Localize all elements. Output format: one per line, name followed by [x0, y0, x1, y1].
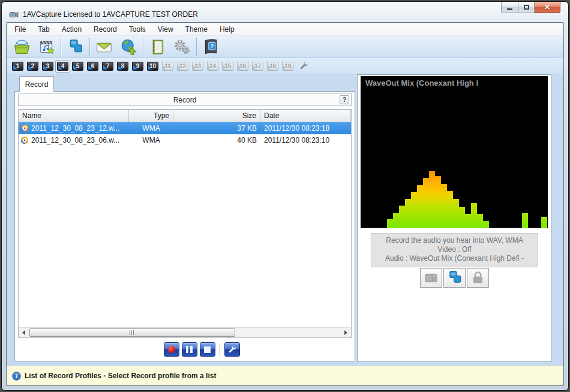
log-book-icon [149, 38, 166, 56]
arrow-left-icon [22, 330, 25, 335]
profile-button-7[interactable]: 7 [100, 60, 115, 73]
pause-icon [186, 346, 193, 353]
spectrum-bar [423, 178, 429, 228]
title-bar: 1AVCapture Licensed to 1AVCAPTURE TEST O… [2, 2, 568, 22]
close-button[interactable]: ✕ [535, 2, 560, 13]
profile-button-3[interactable]: 3 [40, 60, 55, 73]
column-header-date[interactable]: Date [260, 110, 351, 122]
file-row[interactable]: 2011_12_30_08_23_12.w...WMA37 KB2011/12/… [19, 122, 351, 134]
pause-button[interactable] [182, 342, 197, 357]
profile-button-12: 12 [175, 60, 190, 73]
profile-button-5[interactable]: 5 [70, 60, 85, 73]
menu-item-tab[interactable]: Tab [32, 23, 55, 35]
lock-icon [470, 270, 486, 286]
preview-actions [358, 268, 551, 288]
menu-item-record[interactable]: Record [88, 23, 123, 35]
menu-item-theme[interactable]: Theme [179, 23, 214, 35]
spectrum-bar [522, 213, 528, 228]
svg-text:?: ? [210, 43, 214, 49]
file-type: WMA [129, 136, 173, 144]
settings-gears-button[interactable] [170, 37, 194, 57]
profile-number-badge: 3 [42, 62, 53, 71]
scroll-left-button[interactable] [19, 328, 29, 337]
media-wizard-button[interactable] [34, 37, 59, 57]
capture-blue-button[interactable] [63, 37, 88, 57]
scrollbar-thumb[interactable] [29, 328, 235, 337]
scroll-right-button[interactable] [341, 328, 351, 337]
panel-help-button[interactable]: ? [340, 95, 349, 104]
profile-number-badge: 7 [102, 62, 113, 71]
profile-number-badge: 14 [207, 62, 218, 71]
media-file-icon [20, 124, 29, 132]
main-toolbar: ? [7, 36, 563, 58]
tab-record-label: Record [25, 80, 49, 89]
profile-button-4[interactable]: 4 [55, 60, 70, 73]
record-panel: Record Record ? NameTypeSizeDate 2011_12… [14, 76, 355, 361]
toolbar-separator [196, 38, 197, 56]
media-file-icon [20, 136, 29, 144]
menu-item-tools[interactable]: Tools [123, 23, 152, 35]
capture-tray-button[interactable] [10, 37, 34, 57]
maximize-button[interactable] [518, 2, 535, 13]
capture-tray-icon [13, 38, 31, 56]
minimize-button[interactable] [501, 2, 518, 13]
spectrum-bar [453, 199, 459, 228]
media-wizard-icon [38, 38, 55, 56]
arrow-right-icon [344, 330, 347, 335]
record-settings-button[interactable] [224, 342, 240, 357]
column-header-name[interactable]: Name [19, 110, 129, 122]
status-bar: i List of Record Profiles - Select Recor… [7, 366, 563, 385]
profile-number-badge: 18 [267, 62, 278, 71]
profile-button-1[interactable]: 1 [10, 60, 25, 73]
horizontal-scrollbar[interactable] [19, 327, 351, 337]
profile-number-badge: 2 [27, 62, 38, 71]
capture-blue-button[interactable] [443, 268, 466, 288]
svg-text:i: i [16, 373, 17, 379]
camcorder-app-icon [9, 10, 19, 19]
profile-bar: 12345678910111213141516171819 [7, 58, 563, 74]
video-camera-button[interactable] [420, 268, 442, 288]
help-button[interactable]: ? [199, 37, 223, 57]
profile-button-17: 17 [250, 60, 265, 73]
record-header-title: Record [173, 96, 197, 104]
profile-number-badge: 19 [282, 62, 293, 71]
menu-item-file[interactable]: File [8, 23, 32, 35]
profile-settings-button[interactable] [296, 60, 310, 72]
record-button[interactable] [164, 342, 179, 357]
description-line: Audio : WaveOut Mix (Conexant High Defi … [373, 254, 536, 263]
email-button[interactable] [92, 37, 116, 57]
column-header-type[interactable]: Type [129, 110, 173, 122]
column-header-size[interactable]: Size [173, 110, 260, 122]
file-size: 40 KB [173, 136, 260, 144]
spectrum-bar [393, 213, 399, 228]
profile-button-2[interactable]: 2 [25, 60, 40, 73]
profile-number-badge: 4 [57, 62, 68, 71]
window-title: 1AVCapture Licensed to 1AVCAPTURE TEST O… [23, 10, 198, 19]
profile-button-6[interactable]: 6 [85, 60, 100, 73]
spectrum-bar [435, 176, 441, 228]
lock-button[interactable] [467, 268, 489, 288]
globe-upload-button[interactable] [116, 37, 141, 57]
profile-button-13: 13 [190, 60, 205, 73]
description-line: Video : Off [373, 245, 536, 254]
file-row[interactable]: 2011_12_30_08_23_06.w...WMA40 KB2011/12/… [19, 134, 351, 146]
spectrum-bar [471, 203, 477, 228]
profile-bar-buttons: 12345678910111213141516171819 [10, 60, 295, 73]
help-book-icon: ? [202, 38, 220, 56]
menu-item-view[interactable]: View [152, 23, 179, 35]
log-book-button[interactable] [145, 37, 170, 57]
profile-number-badge: 16 [237, 62, 248, 71]
stop-button[interactable] [200, 342, 215, 357]
spectrum-bar [417, 185, 423, 228]
file-name: 2011_12_30_08_23_12.w... [31, 124, 119, 132]
profile-button-9[interactable]: 9 [130, 60, 145, 73]
menu-item-help[interactable]: Help [214, 23, 241, 35]
video-camera-icon [423, 270, 439, 286]
tab-record[interactable]: Record [19, 76, 54, 92]
spectrum-bar [447, 191, 453, 228]
profile-number-badge: 13 [192, 62, 203, 71]
profile-button-10[interactable]: 10 [145, 60, 160, 73]
profile-button-8[interactable]: 8 [115, 60, 130, 73]
menu-item-action[interactable]: Action [56, 23, 88, 35]
maximize-icon [524, 5, 529, 10]
